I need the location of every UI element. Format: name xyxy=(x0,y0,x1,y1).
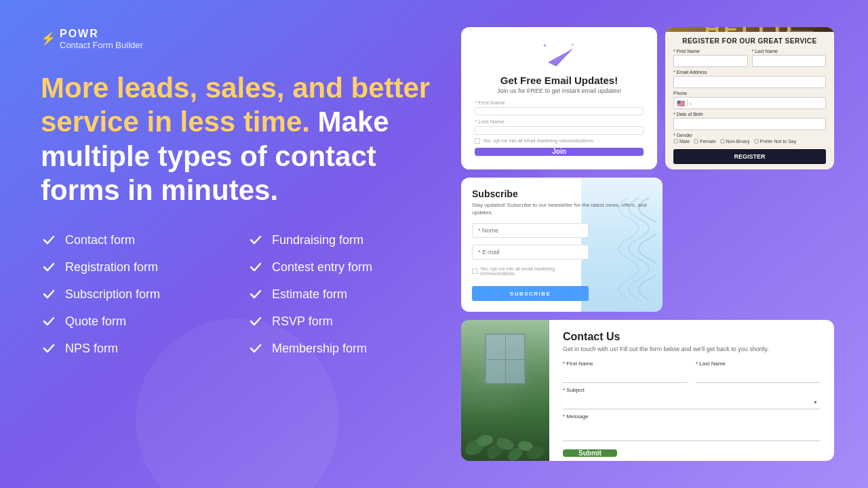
svg-text:✦: ✦ xyxy=(542,43,547,49)
contact-subject-select[interactable] xyxy=(563,394,821,409)
last-name-input[interactable] xyxy=(752,55,827,67)
radio-prefer-not[interactable]: Prefer Not to Say xyxy=(754,139,797,144)
check-icon xyxy=(41,286,57,302)
features-grid: Contact form Registration form xyxy=(41,232,434,357)
contact-description: Get in touch with us! Fill out the form … xyxy=(563,345,821,354)
check-icon xyxy=(248,232,264,248)
last-name-label: * Last Name xyxy=(475,119,644,125)
left-panel: ⚡ POWR Contact Form Builder More leads, … xyxy=(41,27,434,461)
last-name-input[interactable] xyxy=(475,126,644,134)
contact-form-body: Contact Us Get in touch with us! Fill ou… xyxy=(549,320,834,461)
register-button[interactable]: REGISTER xyxy=(673,149,826,164)
last-name-label: * Last Name xyxy=(752,49,827,54)
register-title: REGISTER FOR OUR GREAT SERVICE xyxy=(673,37,826,45)
form-subscribe-card: Subscribe Stay updated! Subscribe to our… xyxy=(461,178,663,312)
subscribe-checkbox[interactable] xyxy=(472,268,477,274)
logo-icon: ⚡ xyxy=(41,31,56,46)
check-icon xyxy=(41,313,57,329)
subscribe-checkbox-label: Yes, opt me into all email marketing com… xyxy=(480,266,589,276)
form-contact-card: Contact Us Get in touch with us! Fill ou… xyxy=(461,320,834,461)
feature-membership-form: Membership form xyxy=(248,340,434,357)
first-name-input[interactable] xyxy=(673,55,748,67)
email-label: * Email Address xyxy=(673,70,826,75)
register-header: HELLO xyxy=(665,27,834,32)
contact-message-label: * Message xyxy=(563,413,821,420)
gender-radio-group: Male Female Non-Binary xyxy=(673,139,826,144)
contact-title: Contact Us xyxy=(563,331,821,343)
feature-subscription-form: Subscription form xyxy=(41,286,227,302)
phone-label: Phone xyxy=(673,91,826,96)
contact-first-name-label: * First Name xyxy=(563,361,688,367)
feature-label: Fundraising form xyxy=(272,233,363,247)
checkbox-label: Yes, opt me into all email marketing com… xyxy=(483,138,595,143)
contact-first-name-input[interactable] xyxy=(563,368,688,383)
brand-name: POWR xyxy=(60,27,143,40)
paper-plane-icon: ✦ ✦ · xyxy=(542,41,576,69)
first-name-input[interactable] xyxy=(475,107,644,115)
check-icon xyxy=(248,259,264,275)
feature-label: Subscription form xyxy=(65,287,160,302)
contact-image xyxy=(461,320,549,461)
gender-label: * Gender xyxy=(673,133,826,138)
hello-text: HELLO xyxy=(705,27,795,32)
radio-nonbinary[interactable]: Non-Binary xyxy=(720,139,750,144)
feature-rsvp-form: RSVP form xyxy=(248,313,434,329)
checkbox-row: Yes, opt me into all email marketing com… xyxy=(475,138,644,144)
subscribe-name-input[interactable] xyxy=(472,223,589,238)
feature-label: Estimate form xyxy=(272,287,347,302)
feature-label: RSVP form xyxy=(272,314,333,329)
feature-contest-form: Contest entry form xyxy=(248,259,434,275)
form-email-card: ✦ ✦ · Get Free Email Updates! Join us fo… xyxy=(461,27,657,169)
phone-field[interactable]: - xyxy=(690,100,823,106)
svg-text:✦: ✦ xyxy=(571,43,574,47)
contact-subject-label: * Subject xyxy=(563,387,821,393)
feature-label: Membership form xyxy=(272,342,367,356)
check-icon xyxy=(41,340,57,357)
contact-message-textarea[interactable] xyxy=(563,421,821,441)
first-name-label: * First Name xyxy=(475,100,644,106)
feature-estimate-form: Estimate form xyxy=(248,286,434,302)
contact-submit-button[interactable]: Submit xyxy=(563,449,617,457)
subscribe-description: Stay updated! Subscribe to our newslette… xyxy=(472,201,652,216)
contact-last-name-input[interactable] xyxy=(696,368,821,383)
feature-fundraising-form: Fundraising form xyxy=(248,232,434,248)
radio-female[interactable]: Female xyxy=(694,139,715,144)
subscribe-title: Subscribe xyxy=(472,188,652,199)
feature-quote-form: Quote form xyxy=(41,313,227,329)
features-left-column: Contact form Registration form xyxy=(41,232,227,357)
subscribe-email-input[interactable] xyxy=(472,245,589,260)
join-button[interactable]: Join xyxy=(475,148,644,156)
first-name-label: * First Name xyxy=(673,49,748,54)
right-panel: ✦ ✦ · Get Free Email Updates! Join us fo… xyxy=(461,27,834,461)
feature-label: Contact form xyxy=(65,233,135,247)
check-icon xyxy=(248,340,264,357)
features-right-column: Fundraising form Contest entry form xyxy=(248,232,434,357)
email-form-subtitle: Join us for FREE to get instant email up… xyxy=(497,87,621,94)
feature-label: Registration form xyxy=(65,260,158,274)
contact-last-name-label: * Last Name xyxy=(696,361,821,367)
dob-label: * Date of Birth xyxy=(673,112,826,117)
brand-subtitle: Contact Form Builder xyxy=(60,40,143,51)
feature-nps-form: NPS form xyxy=(41,340,227,357)
email-input[interactable] xyxy=(673,76,826,88)
check-icon xyxy=(248,286,264,302)
radio-male[interactable]: Male xyxy=(673,139,690,144)
dob-input[interactable] xyxy=(673,118,826,130)
marketing-checkbox[interactable] xyxy=(475,138,480,144)
check-icon xyxy=(41,232,57,248)
check-icon xyxy=(41,259,57,275)
phone-input-wrapper[interactable]: 🇺🇸 - xyxy=(673,97,826,109)
feature-label: NPS form xyxy=(65,342,118,356)
feature-label: Quote form xyxy=(65,314,126,329)
form-register-card: HELLO REGISTER FOR OUR GREAT SERVICE * F… xyxy=(665,27,834,169)
feature-label: Contest entry form xyxy=(272,260,372,274)
feature-contact-form: Contact form xyxy=(41,232,227,248)
subscribe-checkbox-row: Yes, opt me into all email marketing com… xyxy=(472,266,589,276)
feature-registration-form: Registration form xyxy=(41,259,227,275)
contact-subject-wrapper xyxy=(563,394,821,410)
logo-area: ⚡ POWR Contact Form Builder xyxy=(41,27,434,51)
headline: More leads, sales, and better service in… xyxy=(41,71,434,208)
email-form-title: Get Free Email Updates! xyxy=(500,75,618,86)
flag-icon: 🇺🇸 xyxy=(677,100,685,107)
subscribe-button[interactable]: SUBSCRIBE xyxy=(472,286,589,301)
